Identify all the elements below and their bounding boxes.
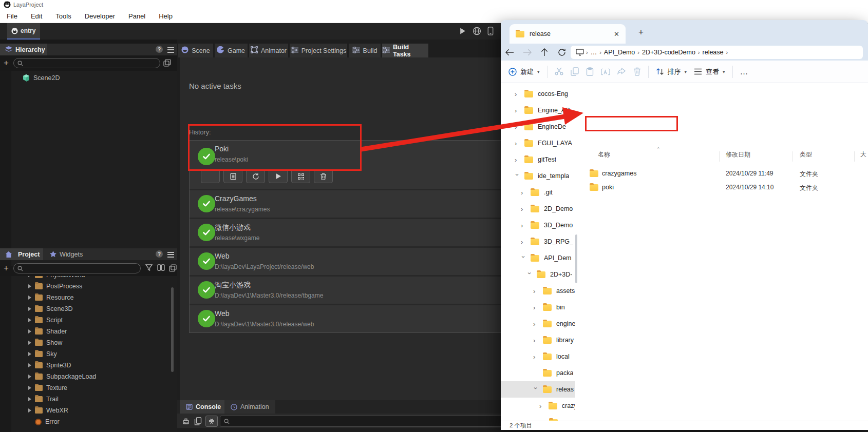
- explorer-tab-release[interactable]: release ✕: [510, 24, 626, 44]
- main-tab-animator[interactable]: Animator: [249, 44, 288, 57]
- chevron-down-icon[interactable]: ›: [532, 387, 540, 392]
- expand-triangle-icon[interactable]: [28, 386, 31, 390]
- cut-icon[interactable]: [555, 67, 563, 76]
- more-options-icon[interactable]: …: [740, 67, 749, 76]
- up-icon[interactable]: [536, 48, 553, 56]
- expand-triangle-icon[interactable]: [28, 284, 31, 288]
- project-folder-shader[interactable]: Shader: [28, 328, 67, 335]
- chevron-right-icon[interactable]: ›: [515, 140, 520, 147]
- chevron-right-icon[interactable]: ›: [515, 107, 520, 114]
- preview-play-button[interactable]: [459, 27, 466, 35]
- expand-triangle-icon[interactable]: [28, 408, 31, 413]
- column-type[interactable]: 类型: [800, 150, 812, 159]
- close-tab-icon[interactable]: ✕: [614, 30, 619, 38]
- explorer-tree-3d_demo[interactable]: › 3D_Demo: [501, 217, 575, 233]
- project-folder-sprite3d[interactable]: Sprite3D: [28, 362, 71, 369]
- new-tab-button[interactable]: +: [638, 27, 644, 37]
- paste-icon[interactable]: [586, 67, 594, 76]
- expand-triangle-icon[interactable]: [28, 329, 31, 333]
- explorer-tree-cocos-eng[interactable]: › cocos-Eng: [501, 86, 575, 102]
- chevron-right-icon[interactable]: ›: [515, 123, 520, 131]
- chevron-down-icon[interactable]: ›: [514, 173, 521, 179]
- chevron-right-icon[interactable]: ›: [521, 222, 526, 229]
- project-folder-scene3d[interactable]: Scene3D: [28, 305, 72, 312]
- explorer-tree-engine_ap[interactable]: › Engine_AP: [501, 102, 575, 119]
- expand-triangle-icon[interactable]: [28, 307, 31, 311]
- project-folder-postprocess[interactable]: PostProcess: [28, 283, 82, 290]
- explorer-tree-bin[interactable]: › bin: [501, 299, 575, 316]
- column-name[interactable]: 名称: [598, 150, 610, 159]
- copy-log-icon[interactable]: [194, 417, 202, 425]
- view-button[interactable]: 查看 ▾: [694, 67, 725, 76]
- project-folder-subpackageload[interactable]: SubpackageLoad: [28, 373, 96, 380]
- copy-stack-icon[interactable]: [169, 264, 177, 272]
- chevron-right-icon[interactable]: ›: [533, 304, 538, 311]
- menu-tools[interactable]: Tools: [49, 9, 78, 23]
- delete-icon[interactable]: [633, 67, 641, 76]
- project-folder-show[interactable]: Show: [28, 339, 62, 346]
- column-date-modified[interactable]: 修改日期: [726, 150, 750, 159]
- task-action-log-button[interactable]: [223, 169, 242, 183]
- column-size[interactable]: 大: [860, 150, 866, 159]
- menu-panel[interactable]: Panel: [122, 9, 152, 23]
- expand-triangle-icon[interactable]: [28, 276, 31, 277]
- project-folder-resource[interactable]: Resource: [28, 294, 74, 301]
- menu-developer[interactable]: Developer: [78, 9, 122, 23]
- main-tab-game[interactable]: Game: [215, 44, 248, 57]
- project-folder-sky[interactable]: Sky: [28, 350, 57, 358]
- menu-file[interactable]: File: [0, 9, 24, 23]
- explorer-tree-folder[interactable]: [501, 414, 575, 421]
- project-tab[interactable]: Project: [0, 248, 43, 260]
- project-folder-webxr[interactable]: WebXR: [28, 407, 68, 414]
- project-folder-texture[interactable]: Texture: [28, 384, 67, 391]
- project-folder-script[interactable]: Script: [28, 317, 63, 324]
- explorer-tree-ide_templa[interactable]: › ide_templa: [501, 168, 575, 184]
- task-action-run-button[interactable]: [269, 169, 288, 183]
- menu-edit[interactable]: Edit: [24, 9, 49, 23]
- refresh-icon[interactable]: [553, 48, 571, 56]
- main-tab-project-settings[interactable]: Project Settings: [290, 44, 347, 57]
- new-button[interactable]: 新建 ▾: [508, 67, 540, 76]
- tab-entry[interactable]: entry: [7, 23, 40, 40]
- share-icon[interactable]: [617, 68, 626, 76]
- main-tab-build[interactable]: Build: [349, 44, 381, 57]
- collapse-messages-button[interactable]: [205, 416, 218, 427]
- sort-button[interactable]: 排序 ▾: [656, 67, 687, 76]
- chevron-right-icon[interactable]: ›: [521, 205, 526, 213]
- device-phone-icon[interactable]: [487, 27, 494, 35]
- chevron-right-icon[interactable]: ›: [521, 238, 526, 246]
- forward-icon[interactable]: [518, 49, 536, 56]
- explorer-tree-3d_rpg_[interactable]: › 3D_RPG_: [501, 233, 575, 250]
- hierarchy-node-scene2d[interactable]: Scene2D: [23, 74, 60, 82]
- panel-menu-icon[interactable]: [167, 250, 174, 259]
- explorer-tree-gittest[interactable]: › gitTest: [501, 151, 575, 168]
- back-icon[interactable]: [501, 49, 518, 56]
- explorer-tree-packa[interactable]: packa: [501, 365, 575, 381]
- filter-icon[interactable]: [145, 264, 153, 271]
- explorer-tree-releas[interactable]: › releas: [501, 381, 575, 398]
- copy-icon[interactable]: [571, 67, 579, 76]
- task-action-delete-button[interactable]: [314, 169, 333, 183]
- explorer-tree-2d_demo[interactable]: › 2D_Demo: [501, 201, 575, 217]
- task-action-open-folder-button[interactable]: [201, 169, 220, 183]
- chevron-right-icon[interactable]: ›: [533, 320, 538, 328]
- explorer-tree-enginede[interactable]: › EngineDe: [501, 119, 575, 135]
- chevron-down-icon[interactable]: ›: [520, 256, 527, 261]
- clear-console-icon[interactable]: [182, 417, 190, 425]
- explorer-tree-library[interactable]: › library: [501, 332, 575, 348]
- chevron-right-icon[interactable]: ›: [515, 90, 520, 98]
- main-tab-scene[interactable]: Scene: [178, 44, 213, 57]
- browser-globe-icon[interactable]: [473, 27, 481, 35]
- task-action-qrcode-button[interactable]: [291, 169, 310, 183]
- project-item-error[interactable]: Error: [35, 418, 60, 425]
- tab-animation[interactable]: Animation: [224, 400, 275, 414]
- explorer-tree-engine[interactable]: › engine: [501, 316, 575, 332]
- file-row-crazygames[interactable]: crazygames 2024/10/29 11:49 文件夹: [579, 167, 868, 181]
- breadcrumb-ellipsis[interactable]: …: [588, 49, 600, 56]
- explorer-tree-assets[interactable]: › assets: [501, 283, 575, 299]
- rename-icon[interactable]: [601, 68, 610, 76]
- chevron-right-icon[interactable]: ›: [539, 402, 544, 410]
- explorer-tree-fgui_laya[interactable]: › FGUI_LAYA: [501, 135, 575, 151]
- file-row-poki[interactable]: poki 2024/10/29 14:10 文件夹: [579, 181, 868, 194]
- chevron-right-icon[interactable]: ›: [533, 337, 538, 344]
